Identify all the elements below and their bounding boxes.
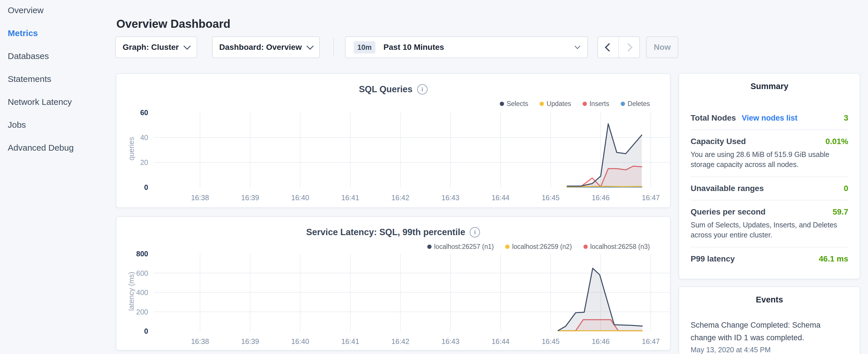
time-step-controls	[597, 36, 640, 58]
legend-item[interactable]: localhost:26258 (n3)	[584, 243, 650, 251]
summary-row: P99 latency46.1 ms	[691, 248, 848, 270]
y-axis-tick: 60	[114, 108, 148, 117]
events-list: Schema Change Completed: Schema change w…	[691, 319, 848, 354]
next-time-button[interactable]	[619, 37, 639, 58]
summary-row-value: 59.7	[833, 207, 848, 217]
chart-legend: localhost:26257 (n1)localhost:26259 (n2)…	[427, 243, 650, 251]
legend-label: localhost:26259 (n2)	[512, 243, 572, 251]
sql-queries-plot[interactable]	[154, 110, 670, 197]
now-button-label: Now	[654, 43, 671, 52]
time-range-selector[interactable]: 10m Past 10 Minutes	[345, 36, 588, 58]
summary-row: Capacity Used0.01%You are using 28.6 MiB…	[691, 130, 848, 177]
x-axis-tick: 16:38	[183, 337, 217, 346]
chart-legend: SelectsUpdatesInsertsDeletes	[500, 100, 650, 108]
summary-row-value: 0.01%	[826, 137, 848, 146]
legend-label: localhost:26257 (n1)	[434, 243, 494, 251]
x-axis-tick: 16:40	[283, 194, 317, 202]
sidebar-item-metrics[interactable]: Metrics	[8, 29, 109, 37]
x-axis-tick: 16:43	[433, 337, 468, 346]
prev-time-button[interactable]	[598, 37, 619, 58]
sidebar-item-advanced-debug[interactable]: Advanced Debug	[8, 143, 109, 152]
summary-row-label: P99 latency	[691, 254, 735, 263]
summary-row-value: 0	[844, 184, 848, 193]
event-item[interactable]: Schema Change Completed: Schema change w…	[691, 319, 848, 354]
legend-label: Deletes	[627, 100, 650, 108]
summary-row-label: Capacity Used	[691, 137, 746, 146]
y-axis-label: queries	[127, 110, 135, 187]
x-axis-tick: 16:38	[183, 194, 217, 202]
service-latency-chart-card: Service Latency: SQL, 99th percentile i …	[116, 216, 671, 351]
legend-item[interactable]: localhost:26259 (n2)	[505, 243, 572, 251]
legend-item[interactable]: Deletes	[621, 100, 650, 108]
summary-title: Summary	[691, 82, 848, 91]
x-axis-tick: 16:47	[633, 337, 668, 346]
events-title: Events	[691, 295, 848, 304]
info-icon[interactable]: i	[470, 227, 480, 237]
summary-rows: Total NodesView nodes list3Capacity Used…	[691, 106, 848, 270]
y-axis-tick: 0	[114, 327, 148, 335]
dashboard-dropdown[interactable]: Dashboard: Overview	[212, 36, 320, 58]
x-axis-tick: 16:45	[533, 337, 568, 346]
legend-dot-icon	[583, 102, 587, 106]
dashboard-dropdown-label: Dashboard: Overview	[219, 43, 302, 52]
legend-dot-icon	[505, 245, 509, 249]
chevron-down-icon	[183, 42, 191, 50]
y-axis-tick: 40	[114, 133, 148, 142]
page-title: Overview Dashboard	[116, 18, 230, 30]
x-axis-tick: 16:41	[333, 337, 367, 346]
x-axis-tick: 16:39	[233, 337, 267, 346]
x-axis-tick: 16:43	[433, 194, 468, 202]
y-axis-tick: 0	[114, 183, 148, 192]
legend-item[interactable]: localhost:26257 (n1)	[427, 243, 494, 251]
graph-scope-dropdown-label: Graph: Cluster	[123, 43, 179, 52]
x-axis-tick: 16:44	[484, 194, 518, 202]
x-axis-tick: 16:42	[383, 194, 417, 202]
legend-dot-icon	[621, 102, 625, 106]
chevron-right-icon	[624, 43, 633, 52]
x-axis-tick: 16:45	[533, 194, 568, 202]
summary-row: Unavailable ranges0	[691, 177, 848, 200]
summary-row-label: Queries per second	[691, 207, 766, 217]
summary-row-value: 3	[844, 114, 848, 123]
legend-item[interactable]: Updates	[539, 100, 571, 108]
info-icon[interactable]: i	[417, 84, 428, 95]
chart-title: Service Latency: SQL, 99th percentile	[306, 227, 465, 237]
y-axis-tick: 400	[114, 288, 148, 297]
sidebar-item-overview[interactable]: Overview	[8, 6, 109, 14]
x-axis-tick: 16:44	[484, 337, 518, 346]
legend-dot-icon	[500, 102, 504, 106]
x-axis-tick: 16:39	[233, 194, 267, 202]
event-text: Schema Change Completed: Schema change w…	[691, 319, 831, 344]
events-panel: Events Schema Change Completed: Schema c…	[679, 286, 860, 354]
sidebar-item-network-latency[interactable]: Network Latency	[8, 98, 109, 106]
service-latency-plot[interactable]	[154, 251, 670, 338]
sidebar-nav: OverviewMetricsDatabasesStatementsNetwor…	[0, 0, 109, 354]
x-axis-tick: 16:46	[584, 337, 618, 346]
summary-row-label: Total Nodes	[691, 114, 736, 123]
sidebar-item-databases[interactable]: Databases	[8, 52, 109, 60]
sidebar-item-jobs[interactable]: Jobs	[8, 121, 109, 129]
sidebar-item-statements[interactable]: Statements	[8, 75, 109, 83]
summary-row-description: You are using 28.6 MiB of 515.9 GiB usab…	[691, 150, 848, 169]
x-axis-tick: 16:40	[283, 337, 317, 346]
y-axis-tick: 800	[114, 250, 148, 258]
legend-label: localhost:26258 (n3)	[590, 243, 650, 251]
legend-dot-icon	[584, 245, 588, 249]
graph-scope-dropdown[interactable]: Graph: Cluster	[115, 36, 197, 58]
x-axis-tick: 16:42	[383, 337, 417, 346]
time-range-badge: 10m	[353, 41, 375, 54]
x-axis-tick: 16:47	[633, 194, 668, 202]
chevron-down-icon	[306, 42, 313, 50]
event-timestamp: May 13, 2020 at 4:45 PM	[691, 346, 848, 354]
toolbar-divider	[333, 38, 334, 56]
chevron-left-icon	[605, 43, 614, 52]
chart-title: SQL Queries	[359, 84, 412, 95]
legend-item[interactable]: Selects	[500, 100, 528, 108]
y-axis-tick: 20	[114, 158, 148, 167]
summary-row-label: Unavailable ranges	[691, 184, 764, 193]
legend-item[interactable]: Inserts	[583, 100, 609, 108]
legend-dot-icon	[427, 245, 432, 249]
view-nodes-list-link[interactable]: View nodes list	[742, 114, 798, 123]
x-axis-tick: 16:46	[584, 194, 618, 202]
now-button[interactable]: Now	[646, 36, 678, 58]
